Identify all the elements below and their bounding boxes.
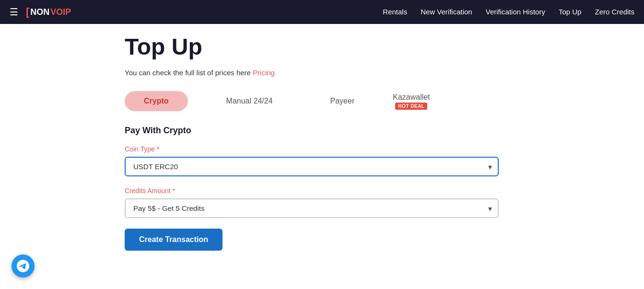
tab-kazawallet[interactable]: Kazawallet HOT DEAL: [393, 93, 430, 110]
credits-amount-group: Credits Amount * Pay 5$ - Get 5 Credits …: [125, 187, 499, 218]
pricing-text: You can check the full list of prices he…: [125, 69, 251, 77]
form-section: Pay With Crypto Coin Type * USDT ERC20 U…: [125, 126, 499, 251]
logo: [ NON VOIP: [26, 6, 71, 18]
tab-manual[interactable]: Manual 24/24: [207, 91, 292, 111]
nav-new-verification[interactable]: New Verification: [421, 8, 472, 16]
main-content: Top Up You can check the full list of pr…: [0, 24, 644, 270]
logo-voip: VOIP: [50, 7, 71, 17]
kazawallet-label: Kazawallet: [393, 93, 430, 102]
telegram-fab[interactable]: [12, 254, 35, 277]
tabs-row: Crypto Manual 24/24 Payeer Kazawallet HO…: [125, 91, 625, 111]
logo-non: NON: [30, 7, 49, 17]
coin-type-group: Coin Type * USDT ERC20 USDT TRC20 Bitcoi…: [125, 145, 499, 176]
page-title: Top Up: [125, 34, 625, 60]
nav-zero-credits[interactable]: Zero Credits: [595, 8, 634, 16]
nav-rentals[interactable]: Rentals: [383, 8, 407, 16]
form-section-title: Pay With Crypto: [125, 126, 499, 136]
navbar-links: Rentals New Verification Verification Hi…: [383, 8, 634, 16]
hot-deal-badge: HOT DEAL: [395, 103, 427, 110]
pricing-link[interactable]: Pricing: [253, 69, 275, 77]
credits-amount-select-wrapper: Pay 5$ - Get 5 Credits Pay 10$ - Get 10 …: [125, 198, 499, 218]
coin-type-label: Coin Type *: [125, 145, 499, 153]
navbar: ☰ [ NON VOIP Rentals New Verification Ve…: [0, 0, 644, 24]
create-transaction-button[interactable]: Create Transaction: [125, 229, 222, 251]
pricing-line: You can check the full list of prices he…: [125, 69, 625, 77]
nav-top-up[interactable]: Top Up: [559, 8, 582, 16]
hamburger-icon[interactable]: ☰: [10, 6, 18, 18]
tab-crypto[interactable]: Crypto: [125, 91, 188, 111]
telegram-icon: [17, 260, 29, 272]
nav-verification-history[interactable]: Verification History: [486, 8, 545, 16]
credits-amount-label: Credits Amount *: [125, 187, 499, 195]
coin-type-select-wrapper: USDT ERC20 USDT TRC20 Bitcoin (BTC) Ethe…: [125, 157, 499, 176]
coin-type-select[interactable]: USDT ERC20 USDT TRC20 Bitcoin (BTC) Ethe…: [125, 157, 499, 176]
tab-payeer[interactable]: Payeer: [311, 91, 374, 111]
credits-amount-select[interactable]: Pay 5$ - Get 5 Credits Pay 10$ - Get 10 …: [125, 198, 499, 218]
logo-bracket: [: [26, 6, 29, 18]
